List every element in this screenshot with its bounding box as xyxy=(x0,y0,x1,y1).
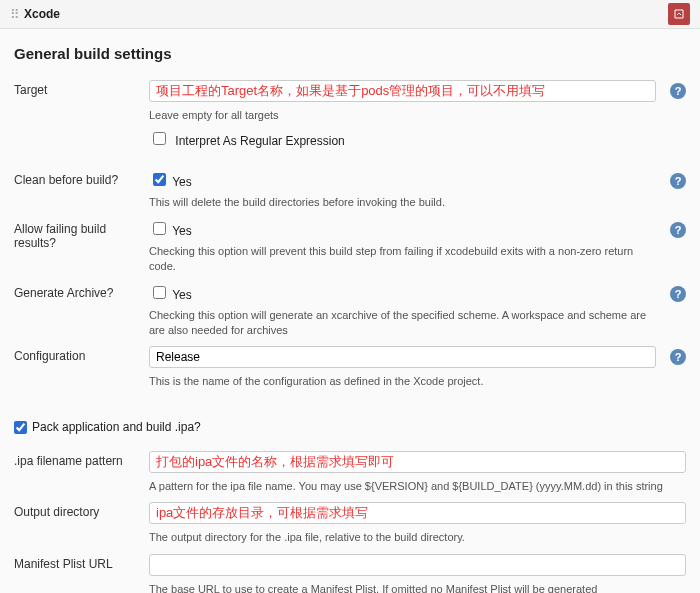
allow-failing-hint: Checking this option will prevent this b… xyxy=(149,244,656,275)
manifest-plist-label: Manifest Plist URL xyxy=(14,554,149,593)
clean-before-build-checkbox[interactable] xyxy=(153,173,166,186)
help-icon[interactable]: ? xyxy=(670,173,686,189)
target-hint: Leave empty for all targets xyxy=(149,108,656,123)
drag-handle-icon[interactable]: ⠿ xyxy=(10,7,18,22)
manifest-plist-input[interactable] xyxy=(149,554,686,576)
help-icon[interactable]: ? xyxy=(670,222,686,238)
pack-ipa-checkbox[interactable] xyxy=(14,421,27,434)
clean-before-build-yes[interactable]: Yes xyxy=(172,175,192,189)
allow-failing-yes[interactable]: Yes xyxy=(172,224,192,238)
configuration-input[interactable] xyxy=(149,346,656,368)
allow-failing-checkbox[interactable] xyxy=(153,222,166,235)
clean-before-build-hint: This will delete the build directories b… xyxy=(149,195,656,210)
target-label: Target xyxy=(14,80,149,148)
generate-archive-hint: Checking this option will generate an xc… xyxy=(149,308,656,339)
help-icon[interactable]: ? xyxy=(670,83,686,99)
breadcrumb-title: Xcode xyxy=(24,7,60,21)
help-icon[interactable]: ? xyxy=(670,349,686,365)
top-notification-icon[interactable] xyxy=(668,3,690,25)
target-input[interactable] xyxy=(149,80,656,102)
interpret-regex-label[interactable]: Interpret As Regular Expression xyxy=(175,134,344,148)
help-icon[interactable]: ? xyxy=(670,286,686,302)
configuration-label: Configuration xyxy=(14,346,149,389)
ipa-pattern-hint: A pattern for the ipa file name. You may… xyxy=(149,479,686,494)
ipa-pattern-input[interactable] xyxy=(149,451,686,473)
generate-archive-checkbox[interactable] xyxy=(153,286,166,299)
clean-before-build-label: Clean before build? xyxy=(14,170,149,210)
configuration-hint: This is the name of the configuration as… xyxy=(149,374,656,389)
interpret-regex-checkbox[interactable] xyxy=(153,132,166,145)
ipa-pattern-label: .ipa filename pattern xyxy=(14,451,149,494)
manifest-plist-hint: The base URL to use to create a Manifest… xyxy=(149,582,686,593)
output-dir-hint: The output directory for the .ipa file, … xyxy=(149,530,686,545)
generate-archive-label: Generate Archive? xyxy=(14,283,149,339)
output-dir-label: Output directory xyxy=(14,502,149,545)
section-title: General build settings xyxy=(14,45,686,62)
pack-ipa-label[interactable]: Pack application and build .ipa? xyxy=(32,420,201,434)
allow-failing-label: Allow failing build results? xyxy=(14,219,149,275)
output-dir-input[interactable] xyxy=(149,502,686,524)
generate-archive-yes[interactable]: Yes xyxy=(172,288,192,302)
breadcrumb: ⠿ Xcode xyxy=(0,0,700,29)
